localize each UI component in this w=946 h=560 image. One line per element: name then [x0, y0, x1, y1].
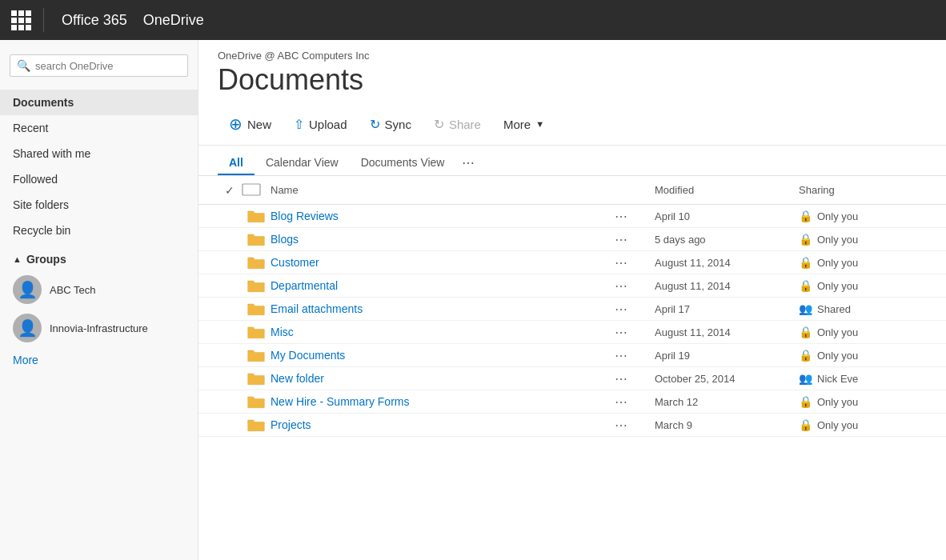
header-icon-col [242, 181, 271, 199]
file-options[interactable]: ⋯ [615, 371, 655, 386]
sidebar-item-recent[interactable]: Recent [0, 115, 198, 141]
file-name[interactable]: New folder [271, 372, 615, 385]
sync-icon: ↻ [370, 117, 380, 132]
shared-icon: 👥 [799, 372, 812, 385]
file-options[interactable]: ⋯ [615, 255, 655, 270]
shared-icon: 👥 [799, 302, 812, 315]
table-row[interactable]: New Hire - Summary Forms ⋯ March 12 🔒Onl… [198, 390, 946, 414]
file-name[interactable]: New Hire - Summary Forms [271, 395, 615, 408]
office-title: Office 365 [46, 12, 143, 29]
new-button[interactable]: ⊕ New [218, 110, 283, 138]
sidebar-item-followed[interactable]: Followed [0, 166, 198, 192]
file-sharing: 🔒Only you [799, 418, 927, 431]
file-sharing: 🔒Only you [799, 326, 927, 338]
svg-rect-0 [243, 184, 260, 195]
file-sharing: 🔒Only you [799, 349, 927, 362]
table-row[interactable]: New folder ⋯ October 25, 2014 👥Nick Eve [198, 367, 946, 390]
folder-icon [242, 278, 271, 294]
share-icon: ↻ [434, 117, 444, 132]
upload-button[interactable]: ⇧ Upload [283, 112, 359, 137]
sidebar-more-link[interactable]: More [0, 347, 198, 373]
view-more-button[interactable]: ⋯ [455, 150, 481, 175]
tab-all[interactable]: All [218, 151, 255, 175]
folder-header-icon [242, 181, 261, 197]
folder-icon [242, 370, 271, 386]
file-list-header: ✓ Name Modified Sharing [198, 176, 946, 205]
file-rows-container: Blog Reviews ⋯ April 10 🔒Only you Blogs … [198, 205, 946, 437]
table-row[interactable]: Blogs ⋯ 5 days ago 🔒Only you [198, 228, 946, 251]
sidebar-item-documents[interactable]: Documents [0, 90, 198, 115]
group-item-abc-tech[interactable]: 👤 ABC Tech [0, 270, 198, 309]
file-modified: August 11, 2014 [655, 257, 799, 269]
file-modified: August 11, 2014 [655, 280, 799, 292]
file-name[interactable]: Customer [271, 256, 615, 269]
sync-button[interactable]: ↻ Sync [359, 112, 423, 137]
file-modified: March 9 [655, 419, 799, 431]
folder-icon [242, 394, 271, 410]
view-tabs: All Calendar View Documents View ⋯ [198, 146, 946, 176]
lock-icon: 🔒 [799, 210, 812, 222]
file-options[interactable]: ⋯ [615, 325, 655, 340]
search-input[interactable] [35, 60, 181, 72]
file-sharing: 🔒Only you [799, 256, 927, 269]
file-name[interactable]: Blogs [271, 233, 615, 246]
more-chevron-icon: ▼ [535, 119, 544, 129]
file-options[interactable]: ⋯ [615, 278, 655, 294]
file-name[interactable]: Departmental [271, 279, 615, 292]
sidebar-item-site-folders[interactable]: Site folders [0, 192, 198, 218]
folder-icon [242, 324, 271, 340]
file-modified: April 10 [655, 210, 799, 222]
search-box[interactable]: 🔍 [10, 54, 188, 77]
upload-icon: ⇧ [294, 117, 304, 132]
topbar: Office 365 OneDrive [0, 0, 946, 40]
tab-calendar[interactable]: Calendar View [255, 151, 350, 175]
tab-documents[interactable]: Documents View [350, 151, 456, 175]
file-name[interactable]: Projects [271, 418, 615, 431]
breadcrumb: OneDrive @ ABC Computers Inc [198, 40, 946, 62]
app-launcher-button[interactable] [0, 0, 42, 40]
lock-icon: 🔒 [799, 233, 812, 246]
group-name-innovia: Innovia-Infrastructure [50, 322, 148, 334]
file-options[interactable]: ⋯ [615, 302, 655, 317]
file-name[interactable]: Email attachments [271, 302, 615, 315]
sidebar-item-recycle-bin[interactable]: Recycle bin [0, 218, 198, 243]
file-options[interactable]: ⋯ [615, 348, 655, 363]
file-modified: 5 days ago [655, 234, 799, 246]
file-sharing: 👥Nick Eve [799, 372, 927, 385]
table-row[interactable]: Projects ⋯ March 9 🔒Only you [198, 414, 946, 437]
avatar-innovia: 👤 [13, 314, 42, 342]
file-options[interactable]: ⋯ [615, 394, 655, 410]
sidebar-item-shared-with-me[interactable]: Shared with me [0, 141, 198, 166]
group-item-innovia[interactable]: 👤 Innovia-Infrastructure [0, 309, 198, 347]
more-button[interactable]: More ▼ [492, 113, 555, 136]
file-name[interactable]: Misc [271, 326, 615, 338]
table-row[interactable]: Departmental ⋯ August 11, 2014 🔒Only you [198, 274, 946, 298]
folder-icon [242, 301, 271, 317]
main-content: OneDrive @ ABC Computers Inc Documents ⊕… [198, 40, 946, 560]
file-sharing: 👥Shared [799, 302, 927, 315]
grid-icon [11, 10, 31, 30]
file-sharing: 🔒Only you [799, 233, 927, 246]
folder-icon [242, 231, 271, 247]
table-row[interactable]: Misc ⋯ August 11, 2014 🔒Only you [198, 321, 946, 344]
app-title: OneDrive [143, 12, 220, 29]
file-sharing: 🔒Only you [799, 279, 927, 292]
file-name[interactable]: My Documents [271, 349, 615, 362]
table-row[interactable]: Customer ⋯ August 11, 2014 🔒Only you [198, 251, 946, 274]
table-row[interactable]: Email attachments ⋯ April 17 👥Shared [198, 298, 946, 321]
group-name-abc-tech: ABC Tech [50, 284, 96, 296]
page-title: Documents [198, 62, 946, 106]
file-options[interactable]: ⋯ [615, 209, 655, 224]
topbar-divider [43, 8, 44, 32]
table-row[interactable]: Blog Reviews ⋯ April 10 🔒Only you [198, 205, 946, 228]
header-check: ✓ [218, 184, 242, 197]
file-options[interactable]: ⋯ [615, 418, 655, 433]
file-name[interactable]: Blog Reviews [271, 210, 615, 222]
table-row[interactable]: My Documents ⋯ April 19 🔒Only you [198, 344, 946, 367]
toolbar: ⊕ New ⇧ Upload ↻ Sync ↻ Share More ▼ [198, 106, 946, 146]
folder-icon [242, 208, 271, 224]
file-options[interactable]: ⋯ [615, 232, 655, 247]
header-name: Name [271, 184, 615, 196]
new-icon: ⊕ [229, 114, 243, 134]
share-button[interactable]: ↻ Share [423, 112, 492, 137]
